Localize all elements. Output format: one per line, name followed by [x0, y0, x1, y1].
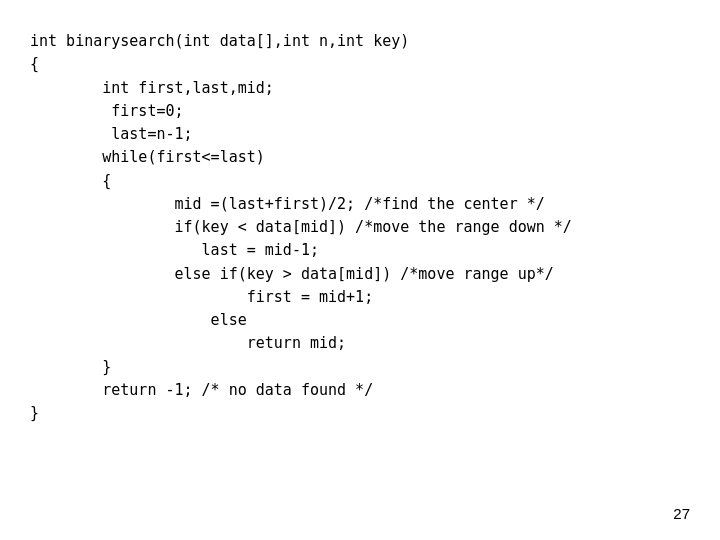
code-container: int binarysearch(int data[],int n,int ke… [0, 0, 720, 445]
code-block: int binarysearch(int data[],int n,int ke… [30, 30, 690, 425]
page-number: 27 [673, 505, 690, 522]
